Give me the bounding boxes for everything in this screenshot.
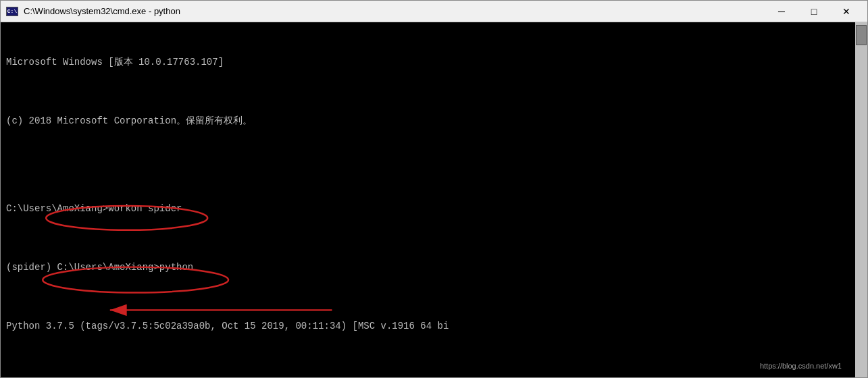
scrollbar-thumb[interactable] <box>856 25 867 45</box>
window-title: C:\Windows\system32\cmd.exe - python <box>24 6 180 16</box>
watermark: https://blog.csdn.net/xw1 <box>760 360 842 372</box>
terminal-content[interactable]: Microsoft Windows [版本 10.0.17763.107] (c… <box>1 22 855 377</box>
window-controls: ─ □ ✕ <box>766 3 862 20</box>
cmd-icon: C:\ <box>6 7 18 16</box>
maximize-button[interactable]: □ <box>798 3 829 20</box>
terminal-line-0: Microsoft Windows [版本 10.0.17763.107] <box>6 55 850 70</box>
close-button[interactable]: ✕ <box>831 3 862 20</box>
cmd-window: C:\ C:\Windows\system32\cmd.exe - python… <box>0 0 868 378</box>
scrollbar[interactable] <box>855 22 867 377</box>
title-bar-left: C:\ C:\Windows\system32\cmd.exe - python <box>6 6 180 16</box>
terminal-line-5: Python 3.7.5 (tags/v3.7.5:5c02a39a0b, Oc… <box>6 319 850 334</box>
terminal-line-3: C:\Users\AmoXiang>workon spider <box>6 202 850 217</box>
title-bar: C:\ C:\Windows\system32\cmd.exe - python… <box>1 1 867 22</box>
terminal-line-4: (spider) C:\Users\AmoXiang>python <box>6 261 850 275</box>
terminal-line-1: (c) 2018 Microsoft Corporation。保留所有权利。 <box>6 114 850 129</box>
terminal-body[interactable]: Microsoft Windows [版本 10.0.17763.107] (c… <box>1 22 867 377</box>
minimize-button[interactable]: ─ <box>766 3 797 20</box>
